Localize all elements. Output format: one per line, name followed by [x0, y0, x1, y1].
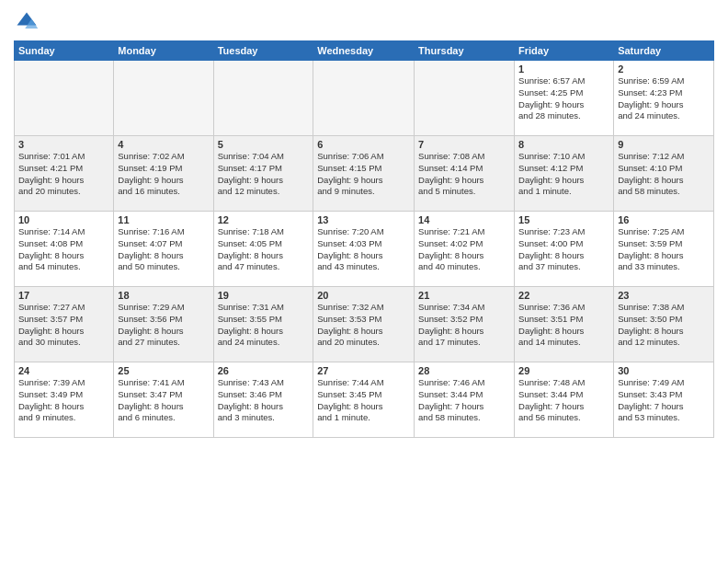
calendar-cell: 5Sunrise: 7:04 AM Sunset: 4:17 PM Daylig…	[213, 136, 313, 212]
day-info: Sunrise: 6:59 AM Sunset: 4:23 PM Dayligh…	[618, 75, 710, 122]
weekday-header-monday: Monday	[114, 41, 213, 61]
day-number: 17	[18, 290, 109, 301]
day-number: 2	[618, 63, 710, 75]
day-number: 9	[618, 139, 710, 150]
day-number: 4	[118, 139, 209, 150]
day-info: Sunrise: 7:31 AM Sunset: 3:55 PM Dayligh…	[218, 302, 310, 349]
day-info: Sunrise: 7:18 AM Sunset: 4:05 PM Dayligh…	[218, 226, 310, 273]
calendar-cell: 16Sunrise: 7:25 AM Sunset: 3:59 PM Dayli…	[614, 212, 714, 287]
week-row-4: 24Sunrise: 7:39 AM Sunset: 3:49 PM Dayli…	[15, 362, 714, 438]
calendar-table: SundayMondayTuesdayWednesdayThursdayFrid…	[14, 40, 714, 438]
calendar-cell: 1Sunrise: 6:57 AM Sunset: 4:25 PM Daylig…	[515, 61, 614, 136]
day-number: 28	[418, 365, 510, 376]
calendar-cell: 26Sunrise: 7:43 AM Sunset: 3:46 PM Dayli…	[213, 362, 313, 438]
day-number: 5	[218, 139, 310, 150]
day-number: 27	[317, 365, 410, 376]
calendar-cell	[114, 61, 213, 136]
day-info: Sunrise: 7:01 AM Sunset: 4:21 PM Dayligh…	[18, 151, 109, 198]
day-number: 7	[418, 139, 510, 150]
calendar-cell: 7Sunrise: 7:08 AM Sunset: 4:14 PM Daylig…	[415, 136, 515, 212]
weekday-header-row: SundayMondayTuesdayWednesdayThursdayFrid…	[15, 41, 714, 61]
calendar-cell: 10Sunrise: 7:14 AM Sunset: 4:08 PM Dayli…	[15, 212, 114, 287]
calendar-cell: 28Sunrise: 7:46 AM Sunset: 3:44 PM Dayli…	[415, 362, 515, 438]
day-number: 23	[618, 290, 710, 301]
calendar-cell: 6Sunrise: 7:06 AM Sunset: 4:15 PM Daylig…	[313, 136, 415, 212]
day-info: Sunrise: 7:39 AM Sunset: 3:49 PM Dayligh…	[18, 377, 109, 424]
day-info: Sunrise: 7:46 AM Sunset: 3:44 PM Dayligh…	[418, 377, 510, 424]
weekday-header-saturday: Saturday	[614, 41, 714, 61]
day-number: 13	[317, 214, 410, 225]
weekday-header-wednesday: Wednesday	[313, 41, 415, 61]
day-info: Sunrise: 7:14 AM Sunset: 4:08 PM Dayligh…	[18, 226, 109, 273]
day-number: 20	[317, 290, 410, 301]
main-container: SundayMondayTuesdayWednesdayThursdayFrid…	[0, 0, 728, 445]
day-number: 24	[18, 365, 109, 376]
week-row-3: 17Sunrise: 7:27 AM Sunset: 3:57 PM Dayli…	[15, 287, 714, 362]
day-info: Sunrise: 7:10 AM Sunset: 4:12 PM Dayligh…	[518, 151, 609, 198]
day-info: Sunrise: 7:48 AM Sunset: 3:44 PM Dayligh…	[518, 377, 609, 424]
calendar-cell: 20Sunrise: 7:32 AM Sunset: 3:53 PM Dayli…	[313, 287, 415, 362]
calendar-cell: 19Sunrise: 7:31 AM Sunset: 3:55 PM Dayli…	[213, 287, 313, 362]
day-info: Sunrise: 6:57 AM Sunset: 4:25 PM Dayligh…	[518, 75, 609, 122]
calendar-cell	[213, 61, 313, 136]
day-info: Sunrise: 7:04 AM Sunset: 4:17 PM Dayligh…	[218, 151, 310, 198]
day-number: 1	[518, 63, 609, 75]
day-number: 14	[418, 214, 510, 225]
day-number: 8	[518, 139, 609, 150]
calendar-cell: 11Sunrise: 7:16 AM Sunset: 4:07 PM Dayli…	[114, 212, 213, 287]
calendar-cell: 21Sunrise: 7:34 AM Sunset: 3:52 PM Dayli…	[415, 287, 515, 362]
day-number: 3	[18, 139, 109, 150]
logo-icon	[14, 9, 40, 35]
day-info: Sunrise: 7:32 AM Sunset: 3:53 PM Dayligh…	[317, 302, 410, 349]
calendar-cell: 27Sunrise: 7:44 AM Sunset: 3:45 PM Dayli…	[313, 362, 415, 438]
calendar-cell	[415, 61, 515, 136]
day-number: 10	[18, 214, 109, 225]
calendar-cell: 25Sunrise: 7:41 AM Sunset: 3:47 PM Dayli…	[114, 362, 213, 438]
day-number: 16	[618, 214, 710, 225]
weekday-header-tuesday: Tuesday	[213, 41, 313, 61]
calendar-cell: 15Sunrise: 7:23 AM Sunset: 4:00 PM Dayli…	[515, 212, 614, 287]
day-number: 21	[418, 290, 510, 301]
calendar-cell: 9Sunrise: 7:12 AM Sunset: 4:10 PM Daylig…	[614, 136, 714, 212]
weekday-header-friday: Friday	[515, 41, 614, 61]
calendar-cell: 30Sunrise: 7:49 AM Sunset: 3:43 PM Dayli…	[614, 362, 714, 438]
day-info: Sunrise: 7:41 AM Sunset: 3:47 PM Dayligh…	[118, 377, 209, 424]
day-info: Sunrise: 7:25 AM Sunset: 3:59 PM Dayligh…	[618, 226, 710, 273]
day-info: Sunrise: 7:38 AM Sunset: 3:50 PM Dayligh…	[618, 302, 710, 349]
day-info: Sunrise: 7:43 AM Sunset: 3:46 PM Dayligh…	[218, 377, 310, 424]
calendar-cell	[15, 61, 114, 136]
calendar-cell: 17Sunrise: 7:27 AM Sunset: 3:57 PM Dayli…	[15, 287, 114, 362]
calendar-cell: 2Sunrise: 6:59 AM Sunset: 4:23 PM Daylig…	[614, 61, 714, 136]
calendar-cell: 4Sunrise: 7:02 AM Sunset: 4:19 PM Daylig…	[114, 136, 213, 212]
calendar-cell: 13Sunrise: 7:20 AM Sunset: 4:03 PM Dayli…	[313, 212, 415, 287]
day-info: Sunrise: 7:21 AM Sunset: 4:02 PM Dayligh…	[418, 226, 510, 273]
day-number: 29	[518, 365, 609, 376]
calendar-cell	[313, 61, 415, 136]
calendar-cell: 18Sunrise: 7:29 AM Sunset: 3:56 PM Dayli…	[114, 287, 213, 362]
calendar-cell: 29Sunrise: 7:48 AM Sunset: 3:44 PM Dayli…	[515, 362, 614, 438]
day-info: Sunrise: 7:36 AM Sunset: 3:51 PM Dayligh…	[518, 302, 609, 349]
day-info: Sunrise: 7:23 AM Sunset: 4:00 PM Dayligh…	[518, 226, 609, 273]
calendar-cell: 8Sunrise: 7:10 AM Sunset: 4:12 PM Daylig…	[515, 136, 614, 212]
logo	[14, 9, 43, 35]
day-number: 22	[518, 290, 609, 301]
day-number: 30	[618, 365, 710, 376]
calendar-cell: 24Sunrise: 7:39 AM Sunset: 3:49 PM Dayli…	[15, 362, 114, 438]
day-info: Sunrise: 7:08 AM Sunset: 4:14 PM Dayligh…	[418, 151, 510, 198]
calendar-cell: 12Sunrise: 7:18 AM Sunset: 4:05 PM Dayli…	[213, 212, 313, 287]
header	[14, 9, 714, 35]
weekday-header-sunday: Sunday	[15, 41, 114, 61]
calendar-cell: 14Sunrise: 7:21 AM Sunset: 4:02 PM Dayli…	[415, 212, 515, 287]
week-row-2: 10Sunrise: 7:14 AM Sunset: 4:08 PM Dayli…	[15, 212, 714, 287]
day-info: Sunrise: 7:49 AM Sunset: 3:43 PM Dayligh…	[618, 377, 710, 424]
day-info: Sunrise: 7:06 AM Sunset: 4:15 PM Dayligh…	[317, 151, 410, 198]
day-info: Sunrise: 7:29 AM Sunset: 3:56 PM Dayligh…	[118, 302, 209, 349]
day-info: Sunrise: 7:16 AM Sunset: 4:07 PM Dayligh…	[118, 226, 209, 273]
day-number: 19	[218, 290, 310, 301]
day-info: Sunrise: 7:12 AM Sunset: 4:10 PM Dayligh…	[618, 151, 710, 198]
day-info: Sunrise: 7:27 AM Sunset: 3:57 PM Dayligh…	[18, 302, 109, 349]
day-number: 26	[218, 365, 310, 376]
calendar-cell: 3Sunrise: 7:01 AM Sunset: 4:21 PM Daylig…	[15, 136, 114, 212]
day-info: Sunrise: 7:44 AM Sunset: 3:45 PM Dayligh…	[317, 377, 410, 424]
week-row-0: 1Sunrise: 6:57 AM Sunset: 4:25 PM Daylig…	[15, 61, 714, 136]
